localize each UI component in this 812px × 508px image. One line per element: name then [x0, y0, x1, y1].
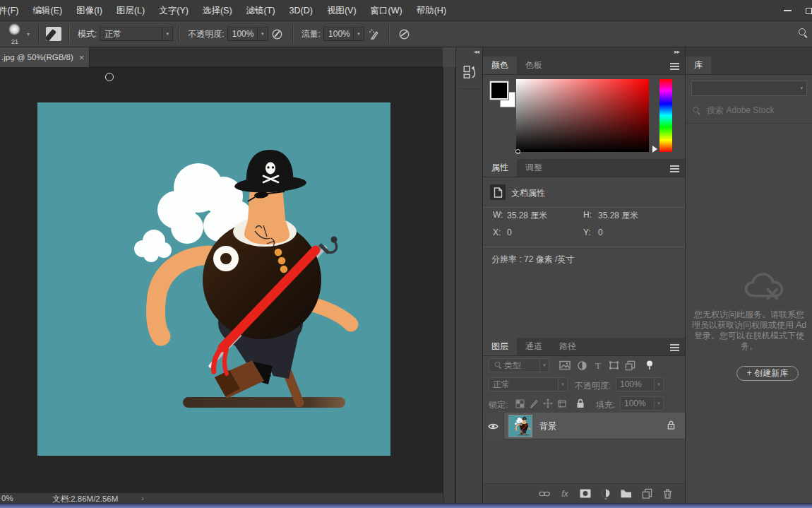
- document-tab[interactable]: .jpg @ 50%(RGB/8) ×: [0, 47, 90, 67]
- close-tab-icon[interactable]: ×: [79, 53, 85, 62]
- menu-help[interactable]: 帮助(H): [410, 0, 453, 21]
- brush-settings-toggle[interactable]: [44, 25, 63, 42]
- delete-layer-icon[interactable]: [661, 489, 674, 499]
- lock-pixels-icon[interactable]: [527, 397, 541, 410]
- menu-filter[interactable]: 滤镜(T): [239, 0, 282, 21]
- divider: [292, 25, 293, 43]
- offline-cloud-icon: [744, 271, 784, 304]
- hue-slider-handle[interactable]: [652, 146, 657, 153]
- width-value[interactable]: 35.28 厘米: [507, 210, 547, 222]
- blend-mode-select[interactable]: 正常 ▾: [100, 27, 173, 41]
- lock-position-icon[interactable]: [541, 397, 555, 410]
- layer-filter-select[interactable]: 类型 ▾: [489, 358, 549, 372]
- scrollbar-track[interactable]: [443, 67, 455, 503]
- lock-artboard-icon[interactable]: [555, 397, 569, 410]
- filter-shape-layers-icon[interactable]: [607, 359, 621, 372]
- minimize-button[interactable]: [777, 0, 798, 21]
- expand-panels-button[interactable]: ◂◂: [456, 47, 482, 57]
- history-panel-icon[interactable]: [459, 61, 480, 89]
- create-new-library-button[interactable]: + 创建新库: [736, 366, 799, 381]
- collapsed-panel-dock: ◂◂: [455, 47, 482, 503]
- menu-type[interactable]: 文字(Y): [152, 0, 196, 21]
- lock-label: 锁定:: [489, 399, 508, 411]
- maximize-button[interactable]: [798, 0, 812, 21]
- layer-row-background[interactable]: 背景: [483, 413, 685, 439]
- menu-edit[interactable]: 编辑(E): [25, 0, 69, 21]
- menu-window[interactable]: 窗口(W): [364, 0, 410, 21]
- panel-menu-icon[interactable]: [670, 165, 679, 167]
- smoothing-pressure-icon[interactable]: [395, 25, 413, 42]
- layer-opacity-label: 不透明度:: [575, 380, 611, 392]
- filter-pixel-layers-icon[interactable]: [558, 359, 572, 372]
- color-picker-handle[interactable]: [515, 149, 520, 154]
- filter-smart-objects-icon[interactable]: [623, 359, 637, 372]
- opacity-select[interactable]: 100% ▾: [227, 27, 268, 41]
- y-value[interactable]: 0: [598, 228, 603, 237]
- tab-swatches[interactable]: 色板: [517, 57, 551, 74]
- tool-options-bar: 21 ▾ 模式: 正常 ▾ 不透明度: 100% ▾ 流量: 100% ▾: [0, 21, 812, 47]
- filter-adjustment-layers-icon[interactable]: [575, 359, 589, 372]
- library-search-field[interactable]: 搜索 Adobe Stock: [691, 105, 774, 117]
- brush-tip-icon: [8, 23, 20, 35]
- menu-image[interactable]: 图像(I): [69, 0, 109, 21]
- collapse-panels-button[interactable]: ▸▸: [483, 47, 685, 57]
- new-layer-icon[interactable]: [640, 488, 653, 499]
- chevron-down-icon[interactable]: ▾: [27, 31, 30, 37]
- library-select[interactable]: ▾: [691, 81, 807, 96]
- link-layers-icon[interactable]: [538, 490, 551, 497]
- tab-properties[interactable]: 属性: [483, 159, 517, 177]
- menu-layer[interactable]: 图层(L): [109, 0, 152, 21]
- layer-opacity-select[interactable]: 100% ▾: [616, 377, 664, 391]
- layers-filter-row: 类型 ▾ T: [483, 356, 685, 374]
- tab-adjustments[interactable]: 调整: [517, 159, 551, 177]
- brush-preset-picker[interactable]: 21: [6, 23, 24, 45]
- tab-libraries[interactable]: 库: [686, 57, 711, 74]
- zoom-level-field[interactable]: 0%: [1, 494, 13, 502]
- lock-transparency-icon[interactable]: [513, 397, 527, 410]
- lock-all-icon[interactable]: [573, 397, 587, 410]
- status-chevron-icon[interactable]: ›: [141, 494, 144, 502]
- hue-slider[interactable]: [659, 79, 672, 152]
- filter-type-layers-icon[interactable]: T: [591, 359, 605, 372]
- add-layer-mask-icon[interactable]: [579, 489, 592, 498]
- tab-color[interactable]: 颜色: [483, 57, 517, 74]
- layer-style-button[interactable]: fx: [559, 489, 571, 499]
- tab-paths[interactable]: 路径: [551, 338, 585, 355]
- opacity-pressure-icon[interactable]: [268, 25, 287, 42]
- x-value[interactable]: 0: [507, 228, 512, 237]
- layer-thumbnail[interactable]: [508, 415, 532, 437]
- divider: [686, 123, 812, 124]
- layer-fill-select[interactable]: 100% ▾: [620, 396, 664, 410]
- search-icon[interactable]: [798, 28, 809, 41]
- chevron-down-icon: ▾: [539, 359, 549, 372]
- filter-toggle-pin[interactable]: [643, 359, 657, 372]
- chevron-down-icon: ▾: [800, 85, 806, 91]
- libraries-panel: 库 ▾ 搜索 Adobe Stock 您无权访问此服务。请联系您 理员以获取访问…: [685, 47, 812, 503]
- menu-file[interactable]: 件(F): [0, 0, 25, 21]
- layer-name[interactable]: 背景: [539, 413, 556, 439]
- collapse-panels-button[interactable]: [686, 47, 812, 57]
- new-group-icon[interactable]: [620, 489, 633, 498]
- menu-view[interactable]: 视图(V): [320, 0, 364, 21]
- tab-layers[interactable]: 图层: [483, 338, 517, 355]
- panel-dock: ▸▸ 颜色 色板 属性 调整 文档属性 W:: [482, 47, 685, 503]
- airbrush-icon[interactable]: [364, 25, 383, 42]
- tab-channels[interactable]: 通道: [517, 338, 551, 355]
- layer-visibility-toggle[interactable]: [483, 413, 504, 439]
- panel-menu-icon[interactable]: [670, 63, 679, 64]
- divider: [179, 25, 179, 43]
- layer-blend-mode-select[interactable]: 正常 ▾: [489, 377, 568, 391]
- height-value[interactable]: 35.28 厘米: [598, 210, 638, 222]
- layers-bottom-bar: fx: [483, 483, 685, 503]
- panel-menu-icon[interactable]: [670, 344, 679, 345]
- canvas-area[interactable]: [0, 67, 443, 492]
- flow-select[interactable]: 100% ▾: [323, 27, 364, 41]
- new-adjustment-layer-icon[interactable]: [599, 488, 612, 500]
- filter-type-label: 类型: [504, 360, 521, 372]
- document-properties-icon: [490, 184, 506, 200]
- search-icon: [693, 106, 702, 115]
- saturation-brightness-field[interactable]: [516, 79, 649, 152]
- menu-3d[interactable]: 3D(D): [282, 0, 320, 21]
- foreground-color-swatch[interactable]: [490, 81, 508, 100]
- menu-select[interactable]: 选择(S): [196, 0, 239, 21]
